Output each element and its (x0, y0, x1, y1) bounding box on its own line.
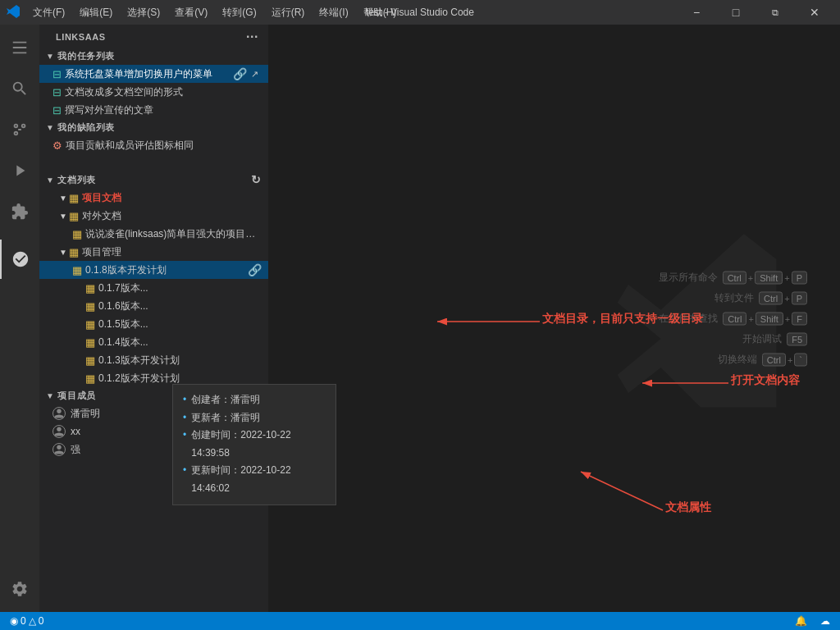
hint-find-in-files: 在文件中查找 Ctrl + Shift + F (659, 312, 807, 326)
docs-section-header[interactable]: ▼ 文档列表 ↻ (39, 171, 268, 189)
key-shift-2: Shift (756, 312, 783, 325)
window-title: test - Visual Studio Code (366, 7, 474, 18)
doc-folder-1-chevron: ▼ (59, 194, 67, 203)
member-2-avatar (52, 425, 66, 438)
window-minimize-button[interactable]: − (678, 0, 715, 25)
doc-folder-3-icon: ▦ (69, 246, 79, 258)
open-action-1[interactable]: ↗ (247, 66, 262, 81)
hint-goto-file-keys: Ctrl + P (759, 291, 807, 304)
hint-show-commands: 显示所有命令 Ctrl + Shift + P (659, 271, 807, 285)
task-item-3[interactable]: ⊟ 撰写对外宣传的文章 (39, 101, 268, 119)
doc-link-icon[interactable]: 🔗 (247, 262, 262, 277)
key-ctrl-4: Ctrl (762, 353, 786, 366)
menu-edit[interactable]: 编辑(E) (73, 2, 119, 23)
source-control-activity-icon[interactable] (0, 110, 39, 149)
explorer-activity-icon[interactable] (0, 28, 39, 67)
menu-view[interactable]: 查看(V) (168, 2, 214, 23)
doc-sub-4[interactable]: ▦ 0.1.4版本... (39, 333, 268, 351)
task-item-2[interactable]: ⊟ 文档改成多文档空间的形式 (39, 83, 268, 101)
hint-toggle-terminal-label: 切换终端 (718, 353, 757, 367)
tooltip-update-time: 更新时间：2022-10-22 14:46:02 (183, 462, 268, 497)
status-bar-left: ◉ 0 △ 0 (7, 612, 47, 630)
my-tasks-section-header[interactable]: ▼ 我的任务列表 (39, 48, 268, 65)
menu-bar: 文件(F) 编辑(E) 选择(S) 查看(V) 转到(G) 运行(R) 终端(I… (26, 2, 403, 23)
window-close-button[interactable]: ✕ (796, 0, 833, 25)
menu-goto[interactable]: 转到(G) (216, 2, 262, 23)
link-action-1[interactable]: 🔗 (232, 66, 247, 81)
notification-icon: 🔔 (795, 615, 807, 627)
status-warnings-count: 0 (39, 615, 44, 627)
doc-sub-4-text: 0.1.4版本... (98, 336, 262, 349)
my-bugs-section-header[interactable]: ▼ 我的缺陷列表 (39, 119, 268, 136)
status-errors-icon: ◉ (10, 615, 18, 627)
member-3-avatar (52, 443, 66, 456)
search-activity-icon[interactable] (0, 69, 39, 108)
activity-bar (0, 25, 39, 612)
doc-sub-4-icon: ▦ (85, 336, 95, 349)
doc-active-item[interactable]: ▦ 0.1.8版本开发计划 🔗 (39, 261, 268, 279)
key-ctrl-1: Ctrl (723, 271, 746, 284)
doc-sub-1-icon: ▦ (85, 282, 95, 294)
sidebar-more-icon[interactable]: ··· (246, 30, 258, 44)
doc-sub-5[interactable]: ▦ 0.1.3版本开发计划 (39, 351, 268, 369)
menu-run[interactable]: 运行(R) (265, 2, 312, 23)
doc-folder-2-chevron: ▼ (59, 212, 67, 221)
members-label: 项目成员 (57, 390, 95, 402)
doc-active-icon: ▦ (72, 264, 82, 276)
menu-select[interactable]: 选择(S) (121, 2, 167, 23)
hint-find-in-files-label: 在文件中查找 (659, 312, 718, 326)
hint-show-commands-label: 显示所有命令 (659, 271, 718, 285)
bug-item-1[interactable]: ⚙ 项目贡献和成员评估图标相同 (39, 136, 268, 154)
tooltip-creator: 创建者：潘雷明 (183, 391, 268, 409)
hint-goto-file: 转到文件 Ctrl + P (659, 291, 807, 305)
docs-refresh-icon[interactable]: ↻ (251, 173, 262, 186)
hint-toggle-terminal-keys: Ctrl + ` (762, 353, 807, 366)
doc-item-ext-1[interactable]: ▦ 说说凌雀(linksaas)简单目强大的项目管理功能 (39, 225, 268, 243)
doc-sub-2[interactable]: ▦ 0.1.6版本... (39, 297, 268, 315)
doc-sub-3-icon: ▦ (85, 318, 95, 331)
member-2-name: xx (71, 426, 80, 437)
docs-chevron: ▼ (46, 176, 54, 185)
key-p-1: P (792, 271, 807, 284)
title-bar-left: 文件(F) 编辑(E) 选择(S) 查看(V) 转到(G) 运行(R) 终端(I… (7, 2, 403, 23)
task-actions-1: 🔗 ↗ (232, 66, 262, 81)
task-text-3: 撰写对外宣传的文章 (65, 103, 262, 117)
window-controls: − □ ⧉ ✕ (678, 0, 833, 25)
doc-active-actions: 🔗 (247, 262, 262, 277)
menu-file[interactable]: 文件(F) (26, 2, 71, 23)
hint-toggle-terminal: 切换终端 Ctrl + ` (659, 353, 807, 367)
task-item-1[interactable]: ⊟ 系统托盘菜单增加切换用户的菜单 🔗 ↗ (39, 65, 268, 83)
cloud-icon: ☁ (820, 615, 830, 627)
bug-icon-1: ⚙ (52, 139, 62, 152)
doc-active-text: 0.1.8版本开发计划 (85, 263, 247, 277)
doc-folder-3-chevron: ▼ (59, 248, 67, 257)
key-plus-2: + (784, 272, 789, 282)
doc-sub-3[interactable]: ▦ 0.1.5版本... (39, 315, 268, 333)
settings-activity-icon[interactable] (0, 569, 39, 609)
extensions-activity-icon[interactable] (0, 192, 39, 231)
doc-sub-1[interactable]: ▦ 0.1.7版本... (39, 279, 268, 297)
doc-folder-1[interactable]: ▼ ▦ 项目文档 (39, 189, 268, 207)
key-plus-4: + (748, 313, 753, 323)
bug-text-1: 项目贡献和成员评估图标相同 (66, 139, 262, 153)
menu-terminal[interactable]: 终端(I) (313, 2, 354, 23)
doc-sub-6-text: 0.1.2版本开发计划 (98, 372, 262, 386)
doc-folder-2[interactable]: ▼ ▦ 对外文档 (39, 207, 268, 225)
title-bar: 文件(F) 编辑(E) 选择(S) 查看(V) 转到(G) 运行(R) 终端(I… (0, 0, 840, 25)
window-tilegroup-button[interactable]: ⧉ (756, 0, 794, 25)
doc-folder-3[interactable]: ▼ ▦ 项目管理 (39, 243, 268, 261)
run-activity-icon[interactable] (0, 151, 39, 190)
doc-folder-2-icon: ▦ (69, 210, 79, 222)
status-errors-count: 0 (21, 615, 26, 627)
window-maximize-button[interactable]: □ (717, 0, 755, 25)
key-shift-1: Shift (755, 271, 783, 284)
key-f5: F5 (787, 332, 807, 345)
doc-folder-1-icon: ▦ (69, 192, 79, 204)
sidebar: LINKSAAS ··· ▼ 我的任务列表 ⊟ 系统托盘菜单增加切换用户的菜单 … (39, 25, 269, 612)
status-errors[interactable]: ◉ 0 △ 0 (7, 612, 47, 630)
custom-activity-icon[interactable] (0, 240, 39, 279)
status-cloud[interactable]: ☁ (817, 612, 833, 630)
hint-find-in-files-keys: Ctrl + Shift + F (723, 312, 807, 325)
status-notification[interactable]: 🔔 (792, 612, 810, 630)
svg-line-3 (581, 472, 663, 510)
